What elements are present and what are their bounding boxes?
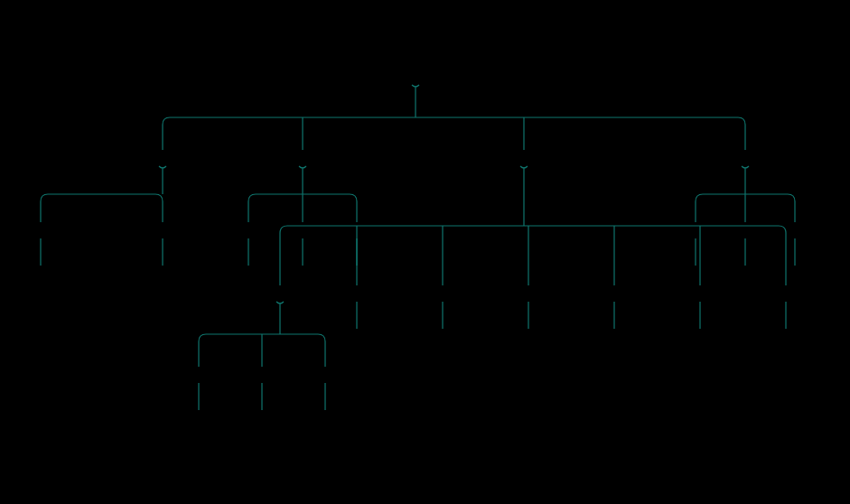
connector xyxy=(280,166,786,285)
connector xyxy=(41,166,166,222)
tree-diagram xyxy=(0,0,850,504)
connector xyxy=(163,85,745,150)
connector xyxy=(248,166,357,222)
connector xyxy=(696,166,795,222)
connector xyxy=(199,302,325,367)
